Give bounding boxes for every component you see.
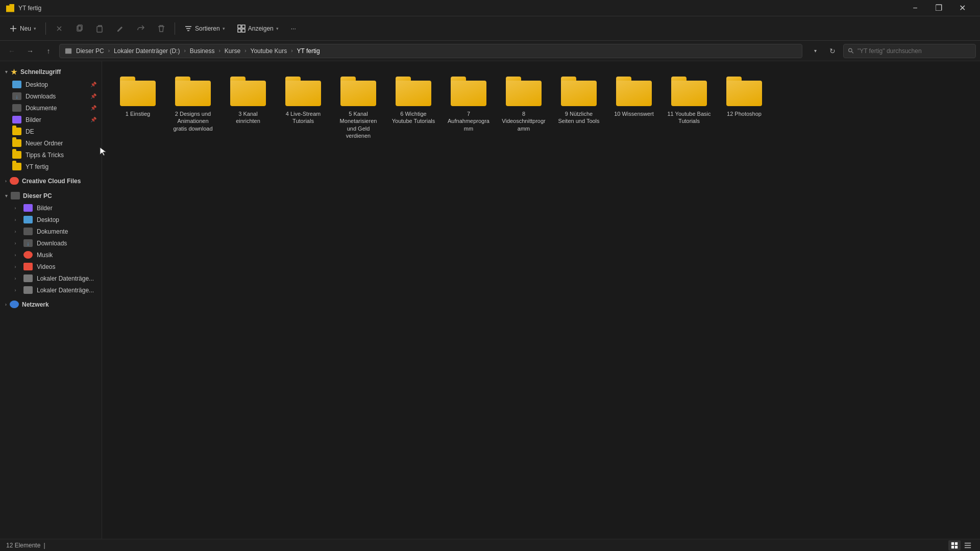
images-icon	[12, 116, 21, 123]
folder-item-6[interactable]: 7 Aufnahmeprogramm	[443, 71, 494, 144]
minimize-button[interactable]: −	[903, 0, 927, 16]
folder-label: 5 Kanal Monetarisieren und Geld verdiene…	[336, 110, 381, 139]
sidebar-item-videos-pc[interactable]: › Videos	[0, 261, 102, 272]
sidebar-item-downloads-quick[interactable]: ↓ Downloads 📌	[0, 90, 102, 102]
folder-body	[285, 81, 321, 106]
svg-rect-5	[238, 29, 241, 32]
folder-icon-large	[671, 77, 707, 106]
view-list-button[interactable]	[962, 540, 974, 550]
sidebar-item-lokaler2[interactable]: › Lokaler Datenträge...	[0, 284, 102, 296]
breadcrumb[interactable]: Dieser PC › Lokaler Datenträger (D:) › B…	[59, 44, 802, 58]
forward-button[interactable]: →	[22, 43, 38, 59]
copy-button[interactable]	[70, 21, 89, 36]
new-button[interactable]: Neu ▾	[4, 21, 41, 36]
paste-button[interactable]	[91, 21, 109, 36]
restore-button[interactable]: ❐	[927, 0, 950, 16]
folder-item-8[interactable]: 9 Nützliche Seiten und Tools	[553, 71, 604, 144]
folder-icon-large	[120, 77, 156, 106]
folder-icon-large	[175, 77, 211, 106]
sidebar-section-network-header[interactable]: › Netzwerk	[0, 298, 102, 311]
collapse-arrow-pc: ▾	[5, 193, 8, 198]
sidebar-item-label: Tipps & Tricks	[26, 152, 64, 159]
window-title: YT fertig	[18, 5, 41, 12]
folder-icon-large	[561, 77, 597, 106]
sidebar-section-pc-header[interactable]: ▾ Dieser PC	[0, 189, 102, 202]
breadcrumb-dropdown[interactable]: ▾	[807, 43, 823, 59]
folder-body	[120, 81, 156, 106]
folder-item-3[interactable]: 4 Live-Stream Tutorials	[278, 71, 329, 144]
back-button[interactable]: ←	[4, 43, 19, 59]
folder-body	[561, 81, 597, 106]
svg-rect-15	[965, 547, 971, 548]
svg-rect-4	[242, 25, 245, 28]
sidebar-item-desktop-quick[interactable]: Desktop 📌	[0, 79, 102, 90]
sidebar-item-bilder-pc[interactable]: › Bilder	[0, 202, 102, 214]
sidebar-item-images-quick[interactable]: Bilder 📌	[0, 114, 102, 126]
sidebar-item-documents-quick[interactable]: Dokumente 📌	[0, 102, 102, 114]
folder-item-4[interactable]: 5 Kanal Monetarisieren und Geld verdiene…	[333, 71, 384, 144]
main-layout: ▾ ★ Schnellzugriff Desktop 📌 ↓ Downloads…	[0, 61, 980, 539]
sidebar-item-downloads-pc[interactable]: › ↓ Downloads	[0, 237, 102, 249]
folder-icon-large	[396, 77, 431, 106]
sidebar-section-quick-header[interactable]: ▾ ★ Schnellzugriff	[0, 65, 102, 79]
search-input[interactable]	[857, 47, 971, 55]
sidebar-section-network: › Netzwerk	[0, 298, 102, 311]
svg-rect-2	[97, 27, 102, 32]
folder-item-9[interactable]: 10 Wissenswert	[608, 71, 659, 144]
sidebar-section-cloud-header[interactable]: › Creative Cloud Files	[0, 174, 102, 187]
folder-body	[230, 81, 266, 106]
folder-item-11[interactable]: 12 Photoshop	[719, 71, 770, 144]
sidebar-item-neuer-ordner[interactable]: Neuer Ordner	[0, 137, 102, 149]
sidebar-item-de[interactable]: DE	[0, 126, 102, 137]
folder-item-5[interactable]: 6 Wichtige Youtube Tutorials	[388, 71, 439, 144]
docs-icon	[23, 228, 33, 235]
sidebar-item-desktop-pc[interactable]: › Desktop	[0, 214, 102, 226]
rename-button[interactable]	[111, 21, 130, 36]
sidebar-item-label: YT fertig	[26, 163, 48, 170]
cloud-icon	[10, 177, 19, 185]
collapse-arrow-network: ›	[5, 302, 7, 307]
sidebar-item-musik-pc[interactable]: › Musik	[0, 249, 102, 261]
expand-arrow: ›	[12, 240, 18, 246]
more-button[interactable]: ···	[286, 22, 301, 35]
svg-rect-7	[65, 48, 71, 54]
sidebar-item-ytfertig[interactable]: YT fertig	[0, 161, 102, 172]
folder-body	[396, 81, 431, 106]
folder-item-10[interactable]: 11 Youtube Basic Tutorials	[664, 71, 715, 144]
close-button[interactable]: ✕	[950, 0, 974, 16]
search-bar[interactable]	[843, 44, 976, 58]
addressbar: ← → ↑ Dieser PC › Lokaler Datenträger (D…	[0, 41, 980, 61]
downloads-icon: ↓	[23, 239, 33, 247]
folder-item-0[interactable]: 1 Einstieg	[112, 71, 163, 144]
desktop-icon	[12, 81, 21, 88]
expand-arrow: ›	[12, 276, 18, 282]
network-icon	[10, 300, 19, 308]
up-button[interactable]: ↑	[41, 43, 56, 59]
view-button[interactable]: Anzeigen ▾	[232, 21, 284, 36]
folder-label: 12 Photoshop	[727, 110, 762, 117]
folder-icon	[12, 139, 21, 147]
folder-item-1[interactable]: 2 Designs und Animationen gratis downloa…	[167, 71, 218, 144]
cut-button[interactable]	[50, 21, 68, 36]
sidebar-item-label: Dokumente	[26, 105, 57, 112]
sort-button[interactable]: Sortieren ▾	[179, 21, 230, 36]
delete-button[interactable]	[152, 21, 170, 36]
sidebar-item-label: DE	[26, 128, 34, 135]
toolbar-separator-2	[175, 22, 175, 35]
sidebar-item-lokaler1[interactable]: › Lokaler Datenträge...	[0, 272, 102, 284]
sidebar-item-dokumente-pc[interactable]: › Dokumente	[0, 226, 102, 237]
pin-icon: 📌	[90, 82, 96, 87]
sidebar-item-tipps[interactable]: Tipps & Tricks	[0, 149, 102, 161]
music-icon	[23, 251, 33, 259]
content-area: 1 Einstieg 2 Designs und Animationen gra…	[102, 61, 980, 539]
view-grid-button[interactable]	[948, 540, 961, 550]
share-button[interactable]	[132, 21, 150, 36]
refresh-button[interactable]: ↻	[825, 43, 840, 59]
folder-item-7[interactable]: 8 Videoschnittprogramm	[498, 71, 549, 144]
folder-icon-large	[451, 77, 486, 106]
svg-rect-3	[238, 25, 241, 28]
svg-rect-11	[951, 545, 954, 548]
window-icon	[6, 4, 14, 12]
folder-item-2[interactable]: 3 Kanal einrichten	[223, 71, 274, 144]
pin-icon: 📌	[90, 117, 96, 122]
